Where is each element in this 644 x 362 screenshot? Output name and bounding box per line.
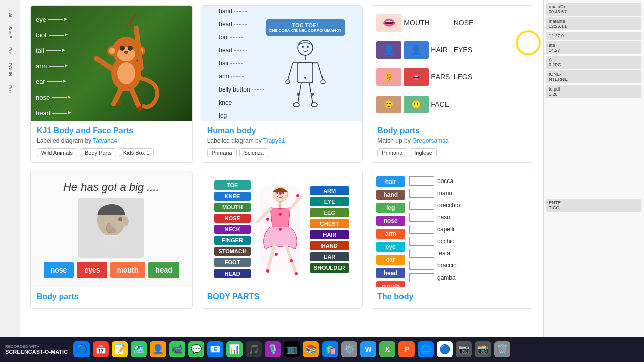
card3-author[interactable]: Gregorsamsa <box>412 137 449 144</box>
card1-parts-list: eye foot tail arm <box>36 16 67 121</box>
tag-scienza[interactable]: Scienza <box>239 148 268 157</box>
tag-primaria[interactable]: Primaria <box>207 148 237 157</box>
choice-head[interactable]: head <box>148 262 179 278</box>
taskbar-tv[interactable]: 📺 <box>284 341 300 357</box>
card4-title[interactable]: Body parts <box>37 292 186 301</box>
part-foot: foot <box>36 31 67 39</box>
dotted-hand <box>234 11 247 12</box>
blank-naso[interactable] <box>409 213 434 222</box>
taskbar-screenshot[interactable]: 📷 <box>456 341 472 357</box>
taskbar-mail[interactable]: 📧 <box>207 341 223 357</box>
blank-braccio[interactable] <box>409 261 434 270</box>
taskbar-appstore[interactable]: 🛍️ <box>322 341 338 357</box>
part-head: head <box>36 109 67 117</box>
taskbar-facetime[interactable]: 📹 <box>169 341 185 357</box>
card6-body: The body <box>371 287 533 308</box>
arrow-eye <box>48 19 63 20</box>
tag-primaria2[interactable]: Primaria <box>377 148 407 157</box>
pair-naso: naso <box>409 213 528 222</box>
svg-point-38 <box>118 217 122 221</box>
tag-wild-animals[interactable]: Wild Animals <box>37 148 77 157</box>
taskbar-trash[interactable]: 🗑️ <box>494 341 510 357</box>
part-heart: heart <box>219 47 264 54</box>
label-hair: hair <box>376 176 405 187</box>
taskbar-chrome[interactable]: 🔵 <box>437 341 453 357</box>
card2-title[interactable]: Human body <box>207 126 357 135</box>
taskbar: RECORDED WITH SCREENCAST-O-MATIC 🔵 📅 📝 🗺… <box>0 337 644 362</box>
taskbar-finder[interactable]: 🔵 <box>73 341 90 357</box>
dotted-heart <box>234 50 247 51</box>
card1-title[interactable]: KJ1 Body and Face Parts <box>37 126 186 135</box>
svg-point-5 <box>128 46 133 51</box>
taskbar-calendar[interactable]: 📅 <box>93 341 109 357</box>
blank-testa[interactable] <box>409 249 434 258</box>
taskbar-messages[interactable]: 💬 <box>188 341 204 357</box>
taskbar-ppt[interactable]: P <box>398 341 415 357</box>
rs-item-6: IONE-NTERNE <box>546 70 641 83</box>
pair-orecchio: orecchio <box>409 201 528 210</box>
svg-point-36 <box>122 216 129 226</box>
card3-body: Body parts Match up by Gregorsamsa Prima… <box>371 121 533 162</box>
part-knee: knee <box>219 99 264 106</box>
choice-nose[interactable]: nose <box>44 262 74 278</box>
card2-body: Human body Labelled diagram by Trapy81 P… <box>201 121 363 162</box>
screencast-label: RECORDED WITH SCREENCAST-O-MATIC <box>5 344 68 355</box>
taskbar-notes[interactable]: 📝 <box>112 341 128 357</box>
taskbar-excel[interactable]: X <box>379 341 395 357</box>
blank-orecchio[interactable] <box>409 201 434 210</box>
blank-mano[interactable] <box>409 189 434 198</box>
taskbar-camera[interactable]: 📸 <box>475 341 491 357</box>
tag-inglese[interactable]: Inglese <box>410 148 436 157</box>
card1-tags: Wild Animals Body Parts Kids Box 1 <box>37 148 186 157</box>
pair-gamba: gamba <box>409 273 528 282</box>
taskbar-word[interactable]: W <box>360 341 376 357</box>
part-leg2: leg <box>219 112 264 119</box>
svg-point-9 <box>109 48 115 54</box>
sidebar-item-2[interactable]: San B... <box>8 26 13 42</box>
svg-line-25 <box>288 63 293 80</box>
svg-rect-37 <box>104 235 119 248</box>
pair-testa: testa <box>409 249 528 258</box>
card2-author[interactable]: Trapy81 <box>263 137 285 144</box>
choice-mouth[interactable]: mouth <box>110 262 146 278</box>
card2-tags: Primaria Scienza <box>207 148 357 157</box>
blank-bocca[interactable] <box>409 176 434 186</box>
card6-title[interactable]: The body <box>377 292 527 301</box>
taskbar-numbers[interactable]: 📊 <box>226 341 243 357</box>
choice-eyes[interactable]: eyes <box>77 262 107 278</box>
card3-title[interactable]: Body parts <box>377 126 527 135</box>
svg-point-27 <box>286 80 290 84</box>
card3-pairs: 👄 MOUTH NOSE 👤 👤 HAIR EYES <box>376 11 528 116</box>
thumb-face1: 😊 <box>376 96 401 113</box>
taskbar-settings[interactable]: ⚙️ <box>341 341 357 357</box>
pair-occhio: occhio <box>409 237 528 246</box>
blank-capelli[interactable] <box>409 225 434 234</box>
tag-neck: NECK <box>214 225 250 234</box>
sidebar-item-1[interactable]: Istit... <box>8 10 13 21</box>
blank-occhio[interactable] <box>409 237 434 246</box>
thumb-ears: 👂 <box>376 68 401 86</box>
sidebar-item-3[interactable]: Pre... <box>8 47 13 58</box>
arrow-arm <box>49 66 64 67</box>
blank-gamba[interactable] <box>409 273 434 282</box>
thumb-mouth: 👄 <box>376 14 401 32</box>
taskbar-music[interactable]: 🎵 <box>246 341 262 357</box>
taskbar-safari[interactable]: 🌐 <box>418 341 434 357</box>
parts-right: ARM EYE LEG CHEST HAIR HAND EAR SHOULDER <box>310 186 349 273</box>
taskbar-maps[interactable]: 🗺️ <box>131 341 147 357</box>
card5-title[interactable]: BODY PARTS <box>207 292 357 301</box>
svg-point-49 <box>279 228 282 231</box>
sidebar-item-4[interactable]: POLIN... <box>8 63 13 80</box>
svg-point-54 <box>266 269 269 273</box>
arrow-foot <box>49 35 64 36</box>
card1-author[interactable]: Tatyana4 <box>93 137 117 144</box>
part-belly: belly button <box>219 86 264 93</box>
tag-kids-box[interactable]: Kids Box 1 <box>119 148 154 157</box>
taskbar-podcasts[interactable]: 🎙️ <box>265 341 281 357</box>
sidebar-item-5[interactable]: Pre... <box>8 85 13 97</box>
card4-sentence: He has got a big .... <box>63 180 159 194</box>
italian-labels: hair hand leg nose arm eye ear head mout… <box>376 176 405 287</box>
taskbar-contacts[interactable]: 👤 <box>150 341 166 357</box>
taskbar-books[interactable]: 📚 <box>303 341 319 357</box>
tag-body-parts[interactable]: Body Parts <box>80 148 116 157</box>
